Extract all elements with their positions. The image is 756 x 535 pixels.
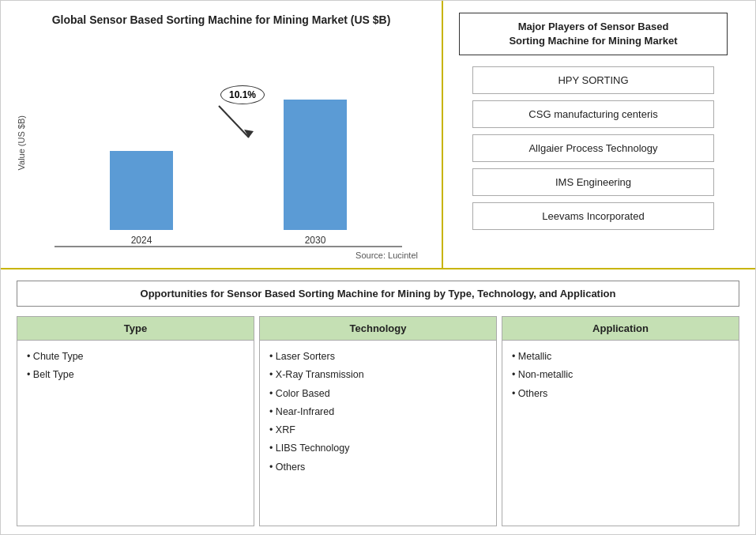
players-section: Major Players of Sensor Based Sorting Ma… <box>443 1 743 268</box>
tech-item-1: • X-Ray Transmission <box>269 367 487 383</box>
opp-col-type-body: • Chute Type • Belt Type <box>17 341 254 394</box>
chart-inner: 10.1% 2024 2030 <box>31 38 426 247</box>
tech-item-0: • Laser Sorters <box>269 349 487 365</box>
bottom-section: Opportunities for Sensor Based Sorting M… <box>1 269 755 534</box>
app-item-0: • Metallic <box>512 349 729 365</box>
annotation-bubble: 10.1% <box>220 85 265 104</box>
chart-title: Global Sensor Based Sorting Machine for … <box>52 13 391 28</box>
bar-label-2030: 2030 <box>305 235 326 246</box>
tech-item-4: • XRF <box>269 422 487 439</box>
bar-2024 <box>110 151 173 230</box>
tech-item-3: • Near-Infrared <box>269 404 487 420</box>
app-item-2: • Others <box>512 386 729 402</box>
player-item-3: IMS Engineering <box>472 168 714 196</box>
bars-container: 10.1% 2024 2030 <box>31 38 426 246</box>
main-container: Global Sensor Based Sorting Machine for … <box>0 0 756 535</box>
opp-col-application: Application • Metallic • Non-metallic • … <box>502 316 739 526</box>
player-item-4: Leevams Incorporated <box>472 202 714 230</box>
opp-col-type: Type • Chute Type • Belt Type <box>17 316 254 526</box>
bar-group-2024: 2024 <box>110 151 173 246</box>
opp-col-technology-body: • Laser Sorters • X-Ray Transmission • C… <box>260 341 496 485</box>
opp-col-technology-header: Technology <box>260 317 496 341</box>
chart-area: Value (US $B) 10.1% 2 <box>17 38 426 247</box>
type-item-1: • Belt Type <box>27 367 244 383</box>
opp-col-application-body: • Metallic • Non-metallic • Others <box>502 341 739 412</box>
bar-label-2024: 2024 <box>131 235 152 246</box>
arrow-annotation: 10.1% <box>219 85 266 145</box>
chart-section: Global Sensor Based Sorting Machine for … <box>1 1 443 268</box>
x-axis-line <box>55 246 402 247</box>
top-section: Global Sensor Based Sorting Machine for … <box>1 1 755 269</box>
player-item-0: HPY SORTING <box>472 66 714 94</box>
y-axis-label: Value (US $B) <box>17 115 26 171</box>
opp-col-technology: Technology • Laser Sorters • X-Ray Trans… <box>259 316 497 526</box>
svg-line-0 <box>219 106 249 138</box>
app-item-1: • Non-metallic <box>512 367 729 383</box>
tech-item-6: • Others <box>269 459 487 476</box>
opp-col-application-header: Application <box>502 317 739 341</box>
player-item-2: Allgaier Process Technology <box>472 134 714 162</box>
type-item-0: • Chute Type <box>27 349 244 365</box>
opp-col-type-header: Type <box>17 317 254 341</box>
bar-group-2030: 2030 <box>284 100 347 246</box>
opp-columns: Type • Chute Type • Belt Type Technology… <box>17 316 739 526</box>
players-title: Major Players of Sensor Based Sorting Ma… <box>459 13 728 55</box>
player-item-1: CSG manufacturing centeris <box>472 100 714 128</box>
source-label: Source: Lucintel <box>17 251 426 260</box>
tech-item-5: • LIBS Technology <box>269 440 487 457</box>
tech-item-2: • Color Based <box>269 386 487 402</box>
opportunities-title: Opportunities for Sensor Based Sorting M… <box>17 281 739 307</box>
bar-2030 <box>284 100 347 230</box>
